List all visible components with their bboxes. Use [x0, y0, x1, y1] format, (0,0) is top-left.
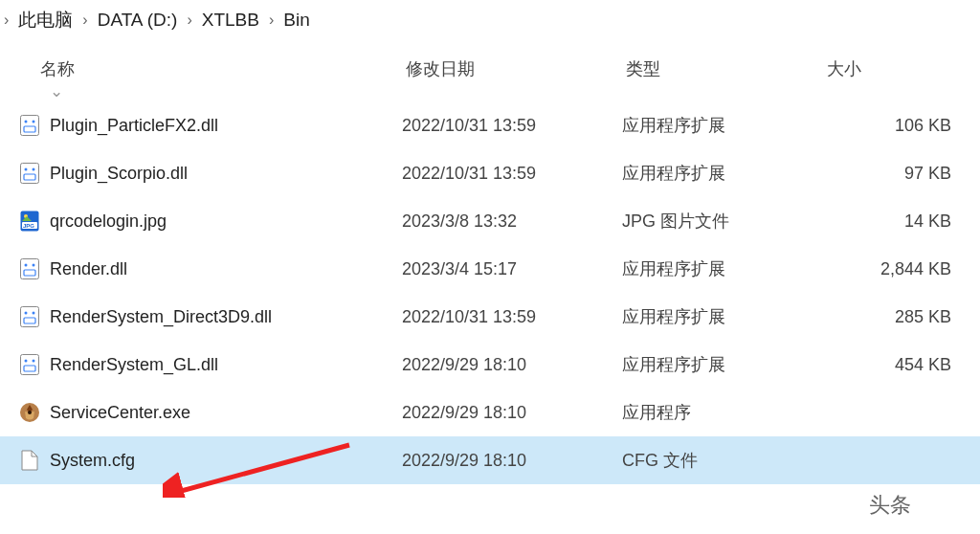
file-type: 应用程序扩展: [622, 353, 823, 376]
file-modified: 2022/10/31 13:59: [402, 116, 622, 136]
chevron-right-icon: ›: [78, 11, 91, 29]
file-row[interactable]: Plugin_Scorpio.dll2022/10/31 13:59应用程序扩展…: [0, 149, 980, 197]
file-row[interactable]: ServiceCenter.exe2022/9/29 18:10应用程序: [0, 389, 980, 436]
file-name: RenderSystem_GL.dll: [50, 355, 218, 375]
file-list: ⌄ Plugin_ParticleFX2.dll2022/10/31 13:59…: [0, 88, 980, 484]
svg-point-5: [25, 168, 28, 171]
dll-icon: [19, 258, 40, 279]
column-header-type[interactable]: 类型: [622, 57, 823, 80]
file-icon: [19, 450, 40, 471]
breadcrumb-item[interactable]: Bin: [278, 10, 315, 31]
file-type: 应用程序扩展: [622, 162, 823, 185]
file-size: 454 KB: [823, 355, 980, 375]
file-name: RenderSystem_Direct3D9.dll: [50, 307, 272, 327]
file-type: 应用程序扩展: [622, 114, 823, 137]
dll-icon: [19, 163, 40, 184]
jpg-icon: JPG: [19, 211, 40, 232]
svg-text:JPG: JPG: [23, 223, 34, 229]
file-modified: 2022/9/29 18:10: [402, 355, 622, 375]
file-name-cell[interactable]: RenderSystem_Direct3D9.dll: [0, 306, 402, 327]
dll-icon: [19, 354, 40, 375]
svg-point-17: [25, 312, 28, 315]
breadcrumb[interactable]: › 此电脑 › DATA (D:) › XTLBB › Bin: [0, 0, 980, 40]
dll-icon: [19, 306, 40, 327]
file-type: CFG 文件: [622, 449, 823, 472]
file-name-cell[interactable]: Plugin_ParticleFX2.dll: [0, 115, 402, 136]
file-size: 285 KB: [823, 307, 980, 327]
column-headers: 名称 修改日期 类型 大小: [0, 40, 980, 88]
column-header-name[interactable]: 名称: [0, 57, 402, 80]
chevron-right-icon: ›: [0, 11, 12, 29]
file-name: Render.dll: [50, 259, 127, 279]
file-name-cell[interactable]: ServiceCenter.exe: [0, 402, 402, 423]
watermark-text: 头条: [869, 491, 911, 520]
file-name-cell[interactable]: System.cfg: [0, 450, 402, 471]
file-name: Plugin_ParticleFX2.dll: [50, 116, 218, 136]
file-name-cell[interactable]: Render.dll: [0, 258, 402, 279]
breadcrumb-item[interactable]: 此电脑: [12, 8, 78, 33]
file-row[interactable]: RenderSystem_Direct3D9.dll2022/10/31 13:…: [0, 293, 980, 341]
column-header-modified[interactable]: 修改日期: [402, 57, 622, 80]
file-name: ServiceCenter.exe: [50, 403, 190, 423]
exe-icon: [19, 402, 40, 423]
svg-point-21: [25, 360, 28, 363]
file-name: System.cfg: [50, 451, 135, 471]
file-row[interactable]: JPGqrcodelogin.jpg2023/3/8 13:32JPG 图片文件…: [0, 197, 980, 245]
file-modified: 2022/9/29 18:10: [402, 403, 622, 423]
breadcrumb-item[interactable]: XTLBB: [196, 10, 265, 31]
file-size: 14 KB: [823, 211, 980, 232]
file-name: qrcodelogin.jpg: [50, 211, 167, 232]
file-size: 2,844 KB: [823, 259, 980, 279]
chevron-right-icon: ›: [183, 11, 195, 29]
breadcrumb-item[interactable]: DATA (D:): [92, 10, 184, 31]
svg-point-22: [33, 360, 35, 363]
file-size: 97 KB: [823, 164, 980, 184]
file-type: 应用程序: [622, 401, 823, 424]
file-type: JPG 图片文件: [622, 210, 823, 233]
file-row[interactable]: Render.dll2023/3/4 15:17应用程序扩展2,844 KB: [0, 245, 980, 293]
file-type: 应用程序扩展: [622, 257, 823, 280]
svg-point-1: [25, 121, 28, 123]
svg-text:九游: 九游: [937, 506, 965, 522]
svg-point-18: [33, 312, 35, 315]
svg-point-14: [33, 264, 35, 267]
svg-point-13: [25, 264, 28, 267]
svg-point-2: [33, 121, 35, 123]
file-modified: 2022/10/31 13:59: [402, 164, 622, 184]
file-size: 106 KB: [823, 116, 980, 136]
column-header-size[interactable]: 大小: [823, 57, 980, 80]
file-name: Plugin_Scorpio.dll: [50, 164, 188, 184]
file-row[interactable]: RenderSystem_GL.dll2022/9/29 18:10应用程序扩展…: [0, 341, 980, 389]
file-name-cell[interactable]: RenderSystem_GL.dll: [0, 354, 402, 375]
watermark: 头条 九游: [869, 486, 980, 524]
partial-row: ⌄: [0, 88, 980, 101]
file-name-cell[interactable]: JPGqrcodelogin.jpg: [0, 211, 402, 232]
file-modified: 2023/3/8 13:32: [402, 211, 622, 232]
file-type: 应用程序扩展: [622, 305, 823, 328]
file-row[interactable]: System.cfg2022/9/29 18:10CFG 文件: [0, 436, 980, 484]
file-modified: 2022/9/29 18:10: [402, 451, 622, 471]
file-name-cell[interactable]: Plugin_Scorpio.dll: [0, 163, 402, 184]
file-modified: 2023/3/4 15:17: [402, 259, 622, 279]
chevron-right-icon: ›: [265, 11, 278, 29]
watermark-logo: 九游: [915, 486, 980, 524]
svg-point-25: [28, 411, 32, 414]
svg-point-6: [33, 168, 35, 171]
file-row[interactable]: Plugin_ParticleFX2.dll2022/10/31 13:59应用…: [0, 101, 980, 149]
dll-icon: [19, 115, 40, 136]
file-modified: 2022/10/31 13:59: [402, 307, 622, 327]
